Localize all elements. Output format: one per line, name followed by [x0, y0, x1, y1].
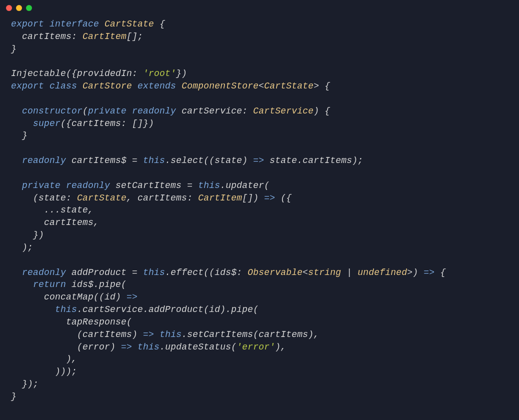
code-line: return ids$.pipe(	[11, 278, 508, 291]
token-punc: <	[258, 81, 264, 91]
token-punc: ,	[126, 193, 138, 203]
token-str: 'error'	[236, 342, 275, 352]
token-param: cartService	[182, 106, 242, 116]
token-punc: : []})	[121, 118, 154, 128]
token-punc: ),	[66, 354, 77, 364]
token-method: concatMap	[44, 292, 94, 302]
token-punc: (	[121, 280, 126, 290]
code-line	[11, 142, 508, 154]
token-kw: readonly	[132, 106, 176, 116]
token-punc: })	[176, 68, 187, 78]
token-method: select	[170, 156, 204, 166]
token-punc: )	[116, 292, 126, 302]
token-type: CartItem	[82, 32, 126, 42]
token-punc: .	[220, 180, 226, 190]
token-method: addProduct	[148, 304, 204, 314]
token-this: this	[138, 342, 160, 352]
code-line: private readonly setCartItems = this.upd…	[11, 180, 508, 192]
maximize-icon[interactable]	[26, 5, 32, 11]
token-punc: ({	[66, 68, 77, 78]
code-line: Injectable({providedIn: 'root'})	[11, 68, 508, 80]
token-var: id	[209, 304, 220, 314]
token-kw: constructor	[22, 106, 82, 116]
token-punc: })	[33, 230, 44, 240]
token-punc: (	[231, 342, 236, 352]
minimize-icon[interactable]	[16, 5, 22, 11]
code-line: cartItems: CartItem[];	[11, 30, 508, 43]
token-kw: readonly	[22, 268, 66, 278]
token-var: state	[60, 205, 88, 215]
token-punc: .	[165, 156, 170, 166]
code-line: export interface CartState {	[11, 18, 508, 30]
close-icon[interactable]	[6, 5, 12, 11]
token-punc: ,	[88, 205, 94, 215]
token-punc: :	[236, 268, 248, 278]
window-title-bar	[0, 0, 519, 16]
token-punc: :	[66, 193, 77, 203]
token-kw: extends	[138, 81, 176, 91]
token-punc: (	[253, 330, 258, 340]
token-punc: )	[110, 342, 121, 352]
token-punc: ((	[204, 268, 214, 278]
code-line: )));	[11, 366, 508, 378]
code-line: );	[11, 242, 508, 254]
code-line: })	[11, 229, 508, 242]
code-line: super({cartItems: []})	[11, 118, 508, 130]
token-punc: (	[204, 304, 209, 314]
token-punc: .	[297, 156, 302, 166]
code-line: (cartItems) => this.setCartItems(cartIte…	[11, 328, 508, 341]
token-punc: .	[182, 330, 187, 340]
token-punc: [];	[126, 32, 143, 42]
token-punc: {	[160, 19, 165, 29]
token-var: ids$	[72, 280, 94, 290]
token-type: CartState	[77, 193, 126, 203]
code-line: cartItems,	[11, 216, 508, 229]
token-kw: export	[11, 19, 44, 29]
code-line: (error) => this.updateStatus('error'),	[11, 341, 508, 354]
token-prop: cartItems$	[72, 156, 126, 166]
token-punc: ).	[220, 304, 231, 314]
code-line: ),	[11, 353, 508, 366]
token-type: CartService	[253, 106, 314, 116]
token-kw: class	[50, 81, 77, 91]
token-var: cartItems	[44, 218, 94, 228]
token-punc: <	[302, 268, 308, 278]
token-punc: {	[440, 268, 446, 278]
token-punc: :	[72, 32, 82, 42]
code-line: tapResponse(	[11, 316, 508, 328]
token-prop: cartItems	[302, 156, 352, 166]
token-method: updateStatus	[165, 342, 231, 352]
token-punc: (	[264, 180, 270, 190]
token-this: this	[55, 304, 77, 314]
token-prop: setCartItems	[116, 180, 182, 190]
code-line: constructor(private readonly cartService…	[11, 105, 508, 118]
token-punc: ((	[204, 156, 214, 166]
token-var: cartItems	[258, 330, 308, 340]
token-punc: }	[11, 44, 16, 54]
token-type: CartItem	[198, 193, 242, 203]
token-punc: :	[132, 68, 143, 78]
token-kw: return	[33, 280, 66, 290]
token-punc: );	[22, 242, 33, 252]
token-this: this	[143, 156, 165, 166]
token-type: ComponentStore	[182, 81, 258, 91]
token-kw: =>	[253, 156, 264, 166]
token-punc: }	[11, 392, 16, 402]
token-prop: providedIn	[77, 68, 132, 78]
token-punc: ),	[275, 342, 286, 352]
token-punc: =	[132, 268, 143, 278]
token-punc: .	[165, 268, 170, 278]
token-var: cartService	[82, 304, 143, 314]
token-prop: cartItems	[22, 32, 72, 42]
token-this: this	[160, 330, 182, 340]
code-editor[interactable]: export interface CartState { cartItems: …	[0, 16, 519, 414]
token-type: CartState	[104, 19, 154, 29]
token-param: cartItems	[138, 193, 187, 203]
token-var: state	[270, 156, 297, 166]
token-punc: ((	[94, 292, 104, 302]
token-punc: ({	[60, 118, 72, 128]
token-punc: =	[187, 180, 198, 190]
token-param: state	[38, 193, 66, 203]
token-kw: =>	[121, 342, 132, 352]
token-punc: =	[132, 156, 143, 166]
